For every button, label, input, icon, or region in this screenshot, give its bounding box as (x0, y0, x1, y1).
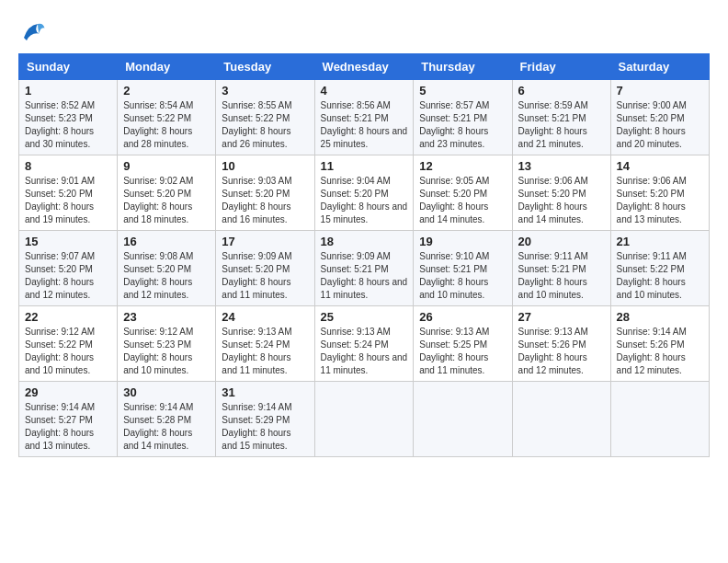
day-number: 17 (222, 235, 308, 248)
calendar-cell: 7 Sunrise: 9:00 AM Sunset: 5:20 PM Dayli… (610, 80, 709, 155)
calendar-cell: 18 Sunrise: 9:09 AM Sunset: 5:21 PM Dayl… (314, 231, 414, 306)
day-number: 21 (617, 235, 703, 248)
day-info: Sunrise: 9:11 AM Sunset: 5:22 PM Dayligh… (617, 250, 703, 302)
day-info: Sunrise: 8:55 AM Sunset: 5:22 PM Dayligh… (222, 99, 308, 151)
calendar-cell: 11 Sunrise: 9:04 AM Sunset: 5:20 PM Dayl… (314, 155, 414, 231)
day-info: Sunrise: 9:13 AM Sunset: 5:25 PM Dayligh… (419, 326, 506, 377)
calendar-header-monday: Monday (118, 54, 216, 80)
calendar-week-row: 1 Sunrise: 8:52 AM Sunset: 5:23 PM Dayli… (19, 80, 710, 155)
day-info: Sunrise: 9:00 AM Sunset: 5:20 PM Dayligh… (617, 99, 703, 151)
day-number: 7 (617, 84, 703, 98)
calendar-table: SundayMondayTuesdayWednesdayThursdayFrid… (18, 53, 710, 457)
day-info: Sunrise: 9:09 AM Sunset: 5:21 PM Dayligh… (321, 250, 408, 302)
day-info: Sunrise: 9:10 AM Sunset: 5:21 PM Dayligh… (419, 250, 506, 302)
calendar-cell: 27 Sunrise: 9:13 AM Sunset: 5:26 PM Dayl… (512, 306, 610, 382)
day-info: Sunrise: 9:14 AM Sunset: 5:28 PM Dayligh… (123, 401, 210, 453)
day-number: 22 (25, 310, 111, 324)
calendar-cell: 19 Sunrise: 9:10 AM Sunset: 5:21 PM Dayl… (414, 231, 512, 306)
day-number: 5 (419, 84, 506, 98)
calendar-header-row: SundayMondayTuesdayWednesdayThursdayFrid… (19, 54, 710, 80)
calendar-cell: 13 Sunrise: 9:06 AM Sunset: 5:20 PM Dayl… (512, 155, 610, 231)
calendar-week-row: 8 Sunrise: 9:01 AM Sunset: 5:20 PM Dayli… (19, 155, 710, 231)
calendar-cell: 6 Sunrise: 8:59 AM Sunset: 5:21 PM Dayli… (512, 80, 610, 155)
day-number: 28 (617, 310, 703, 324)
day-info: Sunrise: 9:14 AM Sunset: 5:26 PM Dayligh… (617, 326, 703, 377)
day-number: 20 (518, 235, 605, 248)
calendar-cell: 17 Sunrise: 9:09 AM Sunset: 5:20 PM Dayl… (216, 231, 314, 306)
calendar-cell: 14 Sunrise: 9:06 AM Sunset: 5:20 PM Dayl… (610, 155, 709, 231)
day-number: 16 (123, 235, 210, 248)
calendar-cell: 16 Sunrise: 9:08 AM Sunset: 5:20 PM Dayl… (118, 231, 216, 306)
day-number: 18 (321, 235, 408, 248)
day-number: 29 (25, 385, 111, 399)
day-info: Sunrise: 9:04 AM Sunset: 5:20 PM Dayligh… (321, 175, 408, 226)
logo (18, 18, 50, 46)
calendar-header-sunday: Sunday (19, 54, 118, 80)
day-number: 26 (419, 310, 506, 324)
day-info: Sunrise: 8:57 AM Sunset: 5:21 PM Dayligh… (419, 99, 506, 151)
calendar-week-row: 22 Sunrise: 9:12 AM Sunset: 5:22 PM Dayl… (19, 306, 710, 382)
calendar-header-saturday: Saturday (610, 54, 709, 80)
day-number: 13 (518, 159, 605, 173)
day-number: 14 (617, 159, 703, 173)
calendar-cell: 29 Sunrise: 9:14 AM Sunset: 5:27 PM Dayl… (19, 382, 118, 457)
day-info: Sunrise: 9:08 AM Sunset: 5:20 PM Dayligh… (123, 250, 210, 302)
calendar-cell: 9 Sunrise: 9:02 AM Sunset: 5:20 PM Dayli… (118, 155, 216, 231)
calendar-week-row: 15 Sunrise: 9:07 AM Sunset: 5:20 PM Dayl… (19, 231, 710, 306)
calendar-cell: 31 Sunrise: 9:14 AM Sunset: 5:29 PM Dayl… (216, 382, 314, 457)
day-number: 6 (518, 84, 605, 98)
day-info: Sunrise: 9:06 AM Sunset: 5:20 PM Dayligh… (617, 175, 703, 226)
day-info: Sunrise: 8:56 AM Sunset: 5:21 PM Dayligh… (321, 99, 408, 151)
day-info: Sunrise: 9:12 AM Sunset: 5:23 PM Dayligh… (123, 326, 210, 377)
calendar-cell: 23 Sunrise: 9:12 AM Sunset: 5:23 PM Dayl… (118, 306, 216, 382)
day-info: Sunrise: 8:52 AM Sunset: 5:23 PM Dayligh… (25, 99, 111, 151)
calendar-cell (314, 382, 414, 457)
calendar-cell: 26 Sunrise: 9:13 AM Sunset: 5:25 PM Dayl… (414, 306, 512, 382)
day-number: 12 (419, 159, 506, 173)
calendar-header-friday: Friday (512, 54, 610, 80)
calendar-header-wednesday: Wednesday (314, 54, 414, 80)
calendar-cell: 10 Sunrise: 9:03 AM Sunset: 5:20 PM Dayl… (216, 155, 314, 231)
day-number: 8 (25, 159, 111, 173)
calendar-cell (512, 382, 610, 457)
day-info: Sunrise: 9:09 AM Sunset: 5:20 PM Dayligh… (222, 250, 308, 302)
day-number: 9 (123, 159, 210, 173)
calendar-cell: 5 Sunrise: 8:57 AM Sunset: 5:21 PM Dayli… (414, 80, 512, 155)
calendar-week-row: 29 Sunrise: 9:14 AM Sunset: 5:27 PM Dayl… (19, 382, 710, 457)
calendar-cell: 12 Sunrise: 9:05 AM Sunset: 5:20 PM Dayl… (414, 155, 512, 231)
calendar-cell: 30 Sunrise: 9:14 AM Sunset: 5:28 PM Dayl… (118, 382, 216, 457)
logo-bird-icon (18, 18, 46, 46)
calendar-cell: 22 Sunrise: 9:12 AM Sunset: 5:22 PM Dayl… (19, 306, 118, 382)
day-info: Sunrise: 9:13 AM Sunset: 5:24 PM Dayligh… (222, 326, 308, 377)
calendar-cell: 8 Sunrise: 9:01 AM Sunset: 5:20 PM Dayli… (19, 155, 118, 231)
calendar-cell: 20 Sunrise: 9:11 AM Sunset: 5:21 PM Dayl… (512, 231, 610, 306)
day-info: Sunrise: 9:06 AM Sunset: 5:20 PM Dayligh… (518, 175, 605, 226)
day-number: 4 (321, 84, 408, 98)
calendar-cell (610, 382, 709, 457)
calendar-cell: 3 Sunrise: 8:55 AM Sunset: 5:22 PM Dayli… (216, 80, 314, 155)
day-info: Sunrise: 9:12 AM Sunset: 5:22 PM Dayligh… (25, 326, 111, 377)
calendar-header-thursday: Thursday (414, 54, 512, 80)
day-number: 3 (222, 84, 308, 98)
day-info: Sunrise: 9:13 AM Sunset: 5:24 PM Dayligh… (321, 326, 408, 377)
day-number: 1 (25, 84, 111, 98)
calendar-cell: 15 Sunrise: 9:07 AM Sunset: 5:20 PM Dayl… (19, 231, 118, 306)
day-number: 10 (222, 159, 308, 173)
calendar-cell: 4 Sunrise: 8:56 AM Sunset: 5:21 PM Dayli… (314, 80, 414, 155)
calendar-cell: 28 Sunrise: 9:14 AM Sunset: 5:26 PM Dayl… (610, 306, 709, 382)
day-info: Sunrise: 9:13 AM Sunset: 5:26 PM Dayligh… (518, 326, 605, 377)
calendar-header-tuesday: Tuesday (216, 54, 314, 80)
calendar-cell: 21 Sunrise: 9:11 AM Sunset: 5:22 PM Dayl… (610, 231, 709, 306)
day-info: Sunrise: 9:01 AM Sunset: 5:20 PM Dayligh… (25, 175, 111, 226)
day-info: Sunrise: 9:02 AM Sunset: 5:20 PM Dayligh… (123, 175, 210, 226)
page-header (18, 18, 710, 46)
day-number: 23 (123, 310, 210, 324)
day-info: Sunrise: 8:54 AM Sunset: 5:22 PM Dayligh… (123, 99, 210, 151)
day-number: 27 (518, 310, 605, 324)
day-info: Sunrise: 9:14 AM Sunset: 5:29 PM Dayligh… (222, 401, 308, 453)
calendar-cell: 24 Sunrise: 9:13 AM Sunset: 5:24 PM Dayl… (216, 306, 314, 382)
calendar-cell (414, 382, 512, 457)
day-number: 2 (123, 84, 210, 98)
day-number: 15 (25, 235, 111, 248)
day-info: Sunrise: 8:59 AM Sunset: 5:21 PM Dayligh… (518, 99, 605, 151)
